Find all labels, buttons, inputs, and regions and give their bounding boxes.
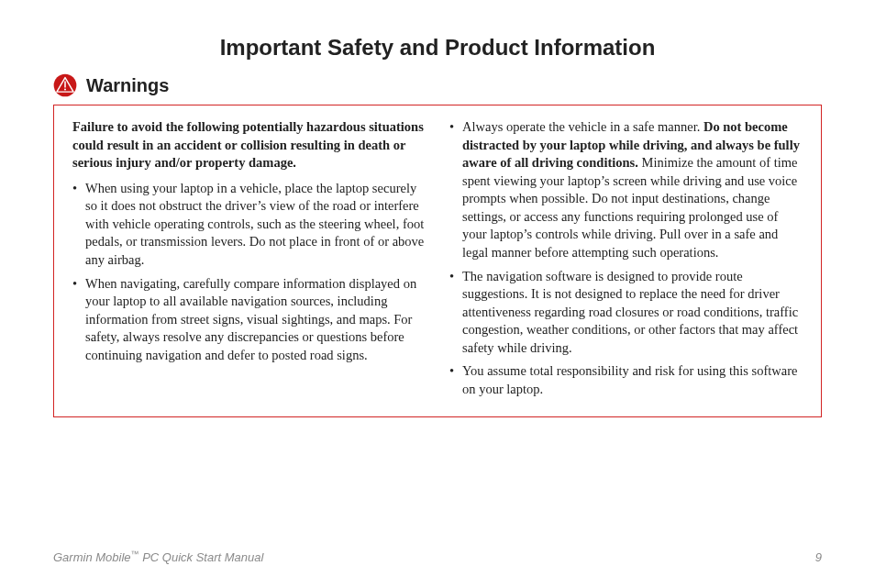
footer-rest: PC Quick Start Manual: [139, 550, 264, 564]
svg-point-2: [64, 89, 66, 91]
page-number: 9: [815, 550, 822, 564]
warnings-box: Failure to avoid the following potential…: [53, 105, 822, 417]
warnings-heading: Warnings: [86, 75, 169, 96]
footer-brand: Garmin Mobile: [53, 550, 131, 564]
warning-item: Always operate the vehicle in a safe man…: [449, 118, 803, 262]
warning-text: Minimize the amount of time spent viewin…: [462, 155, 797, 260]
warnings-header: Warnings: [53, 73, 822, 97]
warning-item: When navigating, carefully compare infor…: [72, 275, 426, 365]
warning-item: When using your laptop in a vehicle, pla…: [72, 180, 426, 270]
footer-title: Garmin Mobile™ PC Quick Start Manual: [53, 549, 263, 564]
warning-triangle-icon: [53, 73, 77, 97]
warnings-column-right: Always operate the vehicle in a safe man…: [449, 118, 803, 404]
trademark-symbol: ™: [131, 549, 139, 559]
warnings-column-left: Failure to avoid the following potential…: [72, 118, 426, 404]
warnings-intro: Failure to avoid the following potential…: [72, 118, 426, 172]
warning-item: You assume total responsibility and risk…: [449, 362, 803, 398]
warning-item: The navigation software is designed to p…: [449, 268, 803, 358]
warning-text: Always operate the vehicle in a safe man…: [462, 119, 703, 134]
page-title: Important Safety and Product Information: [53, 35, 822, 61]
page-footer: Garmin Mobile™ PC Quick Start Manual 9: [53, 549, 822, 564]
